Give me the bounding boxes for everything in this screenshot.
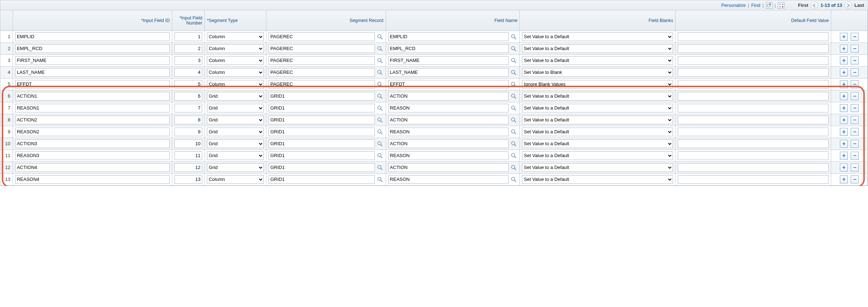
input-field-id[interactable] <box>15 128 170 136</box>
field-blanks-select[interactable]: Set Value to a DefaultSet Value to Blank… <box>522 151 673 160</box>
lookup-icon[interactable] <box>376 45 384 52</box>
field-blanks-select[interactable]: Set Value to a DefaultSet Value to Blank… <box>522 175 673 184</box>
nav-last[interactable]: Last <box>854 3 864 8</box>
input-field-id[interactable] <box>15 92 170 101</box>
default-field-value-input[interactable] <box>678 104 829 112</box>
lookup-icon[interactable] <box>510 164 517 171</box>
field-blanks-select[interactable]: Set Value to a DefaultSet Value to Blank… <box>522 80 673 89</box>
input-field-id[interactable] <box>15 104 170 112</box>
default-field-value-input[interactable] <box>678 151 829 160</box>
segment-type-select[interactable]: ColumnGrid <box>207 68 264 77</box>
field-name-input[interactable] <box>388 175 509 184</box>
nav-prev-button[interactable] <box>810 1 818 9</box>
delete-row-button[interactable]: − <box>851 152 859 160</box>
field-blanks-select[interactable]: Set Value to a DefaultSet Value to Blank… <box>522 56 673 65</box>
lookup-icon[interactable] <box>376 140 384 147</box>
segment-record-input[interactable] <box>269 151 375 160</box>
input-field-number[interactable] <box>174 32 202 41</box>
field-name-input[interactable] <box>388 163 509 172</box>
field-name-input[interactable] <box>388 128 509 136</box>
delete-row-button[interactable]: − <box>851 45 859 53</box>
add-row-button[interactable]: + <box>840 104 848 112</box>
add-row-button[interactable]: + <box>840 45 848 53</box>
field-name-input[interactable] <box>388 68 509 77</box>
field-blanks-select[interactable]: Set Value to a DefaultSet Value to Blank… <box>522 92 673 101</box>
lookup-icon[interactable] <box>376 57 384 64</box>
delete-row-button[interactable]: − <box>851 80 859 88</box>
segment-record-input[interactable] <box>269 128 375 136</box>
segment-record-input[interactable] <box>269 92 375 101</box>
default-field-value-input[interactable] <box>678 32 829 41</box>
default-field-value-input[interactable] <box>678 128 829 136</box>
delete-row-button[interactable]: − <box>851 104 859 112</box>
input-field-id[interactable] <box>15 163 170 172</box>
lookup-icon[interactable] <box>376 104 384 112</box>
lookup-icon[interactable] <box>376 176 384 183</box>
input-field-id[interactable] <box>15 56 170 65</box>
col-field-blanks[interactable]: Field Blanks <box>520 10 676 31</box>
field-blanks-select[interactable]: Set Value to a DefaultSet Value to Blank… <box>522 128 673 136</box>
lookup-icon[interactable] <box>510 33 517 40</box>
field-name-input[interactable] <box>388 116 509 124</box>
segment-type-select[interactable]: ColumnGrid <box>207 104 264 112</box>
lookup-icon[interactable] <box>376 93 384 100</box>
default-field-value-input[interactable] <box>678 139 829 148</box>
input-field-number[interactable] <box>174 56 202 65</box>
input-field-number[interactable] <box>174 116 202 124</box>
add-row-button[interactable]: + <box>840 140 848 148</box>
segment-type-select[interactable]: ColumnGrid <box>207 128 264 136</box>
lookup-icon[interactable] <box>510 81 517 88</box>
segment-record-input[interactable] <box>269 104 375 112</box>
segment-type-select[interactable]: ColumnGrid <box>207 175 264 184</box>
add-row-button[interactable]: + <box>840 164 848 172</box>
segment-record-input[interactable] <box>269 80 375 89</box>
input-field-number[interactable] <box>174 104 202 112</box>
lookup-icon[interactable] <box>510 176 517 183</box>
default-field-value-input[interactable] <box>678 68 829 77</box>
input-field-id[interactable] <box>15 32 170 41</box>
col-default-field-value[interactable]: Default Field Value <box>676 10 831 31</box>
segment-record-input[interactable] <box>269 116 375 124</box>
add-row-button[interactable]: + <box>840 175 848 183</box>
personalize-link[interactable]: Personalize <box>721 3 746 8</box>
field-name-input[interactable] <box>388 151 509 160</box>
input-field-number[interactable] <box>174 68 202 77</box>
segment-type-select[interactable]: ColumnGrid <box>207 139 264 148</box>
segment-type-select[interactable]: ColumnGrid <box>207 163 264 172</box>
input-field-number[interactable] <box>174 92 202 101</box>
lookup-icon[interactable] <box>510 93 517 100</box>
lookup-icon[interactable] <box>510 140 517 147</box>
segment-record-input[interactable] <box>269 32 375 41</box>
segment-type-select[interactable]: ColumnGrid <box>207 151 264 160</box>
field-blanks-select[interactable]: Set Value to a DefaultSet Value to Blank… <box>522 116 673 124</box>
segment-type-select[interactable]: ColumnGrid <box>207 92 264 101</box>
add-row-button[interactable]: + <box>840 152 848 160</box>
nav-first[interactable]: First <box>798 3 808 8</box>
add-row-button[interactable]: + <box>840 116 848 124</box>
segment-record-input[interactable] <box>269 56 375 65</box>
field-name-input[interactable] <box>388 44 509 53</box>
field-blanks-select[interactable]: Set Value to a DefaultSet Value to Blank… <box>522 44 673 53</box>
input-field-id[interactable] <box>15 68 170 77</box>
field-blanks-select[interactable]: Set Value to a DefaultSet Value to Blank… <box>522 139 673 148</box>
input-field-id[interactable] <box>15 80 170 89</box>
input-field-id[interactable] <box>15 116 170 124</box>
delete-row-button[interactable]: − <box>851 57 859 64</box>
lookup-icon[interactable] <box>510 45 517 52</box>
field-blanks-select[interactable]: Set Value to a DefaultSet Value to Blank… <box>522 104 673 112</box>
lookup-icon[interactable] <box>510 152 517 159</box>
segment-record-input[interactable] <box>269 68 375 77</box>
col-segment-record[interactable]: Segment Record <box>266 10 386 31</box>
add-row-button[interactable]: + <box>840 80 848 88</box>
field-name-input[interactable] <box>388 92 509 101</box>
segment-type-select[interactable]: ColumnGrid <box>207 80 264 89</box>
field-name-input[interactable] <box>388 32 509 41</box>
input-field-number[interactable] <box>174 80 202 89</box>
default-field-value-input[interactable] <box>678 80 829 89</box>
delete-row-button[interactable]: − <box>851 68 859 76</box>
default-field-value-input[interactable] <box>678 92 829 101</box>
find-link[interactable]: Find <box>751 3 760 8</box>
field-name-input[interactable] <box>388 139 509 148</box>
default-field-value-input[interactable] <box>678 56 829 65</box>
lookup-icon[interactable] <box>376 81 384 88</box>
